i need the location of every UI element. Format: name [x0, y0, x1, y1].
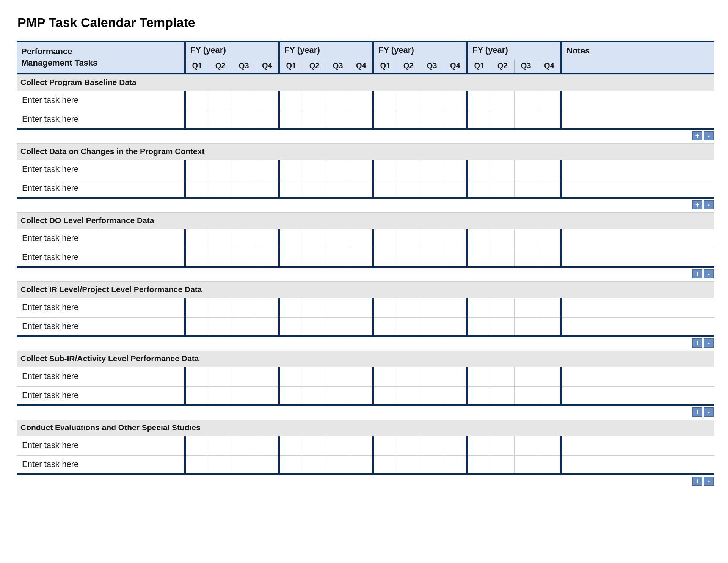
quarter-cell[interactable]: [397, 91, 420, 110]
quarter-cell[interactable]: [420, 110, 444, 129]
quarter-cell[interactable]: [303, 229, 326, 248]
quarter-cell[interactable]: [232, 367, 256, 386]
quarter-cell[interactable]: [326, 248, 350, 267]
quarter-cell[interactable]: [538, 455, 561, 474]
quarter-cell[interactable]: [232, 317, 256, 336]
quarter-cell[interactable]: [256, 367, 279, 386]
quarter-cell[interactable]: [514, 455, 538, 474]
quarter-cell[interactable]: [397, 160, 420, 179]
quarter-cell[interactable]: [326, 455, 350, 474]
quarter-cell[interactable]: [209, 455, 232, 474]
quarter-cell[interactable]: [232, 91, 256, 110]
quarter-cell[interactable]: [350, 248, 373, 267]
quarter-cell[interactable]: [279, 455, 303, 474]
quarter-cell[interactable]: [326, 229, 350, 248]
quarter-cell[interactable]: [303, 317, 326, 336]
quarter-cell[interactable]: [420, 317, 444, 336]
quarter-cell[interactable]: [350, 298, 373, 317]
quarter-cell[interactable]: [256, 436, 279, 455]
quarter-cell[interactable]: [303, 367, 326, 386]
quarter-cell[interactable]: [467, 436, 491, 455]
quarter-cell[interactable]: [397, 455, 420, 474]
quarter-cell[interactable]: [444, 110, 467, 129]
quarter-cell[interactable]: [185, 160, 209, 179]
quarter-cell[interactable]: [303, 386, 326, 405]
notes-cell[interactable]: [561, 317, 714, 336]
quarter-cell[interactable]: [256, 110, 279, 129]
quarter-cell[interactable]: [209, 436, 232, 455]
add-row-button[interactable]: +: [692, 131, 702, 140]
task-cell[interactable]: Enter task here: [17, 91, 185, 110]
quarter-cell[interactable]: [467, 298, 491, 317]
quarter-cell[interactable]: [538, 229, 561, 248]
remove-row-button[interactable]: -: [704, 338, 714, 348]
quarter-cell[interactable]: [279, 367, 303, 386]
quarter-cell[interactable]: [491, 160, 514, 179]
notes-cell[interactable]: [561, 91, 714, 110]
notes-cell[interactable]: [561, 229, 714, 248]
quarter-cell[interactable]: [185, 91, 209, 110]
quarter-cell[interactable]: [279, 110, 303, 129]
task-cell[interactable]: Enter task here: [17, 317, 185, 336]
task-cell[interactable]: Enter task here: [17, 160, 185, 179]
quarter-cell[interactable]: [420, 160, 444, 179]
quarter-cell[interactable]: [514, 298, 538, 317]
quarter-cell[interactable]: [256, 91, 279, 110]
quarter-cell[interactable]: [514, 110, 538, 129]
quarter-cell[interactable]: [538, 298, 561, 317]
quarter-cell[interactable]: [232, 455, 256, 474]
quarter-cell[interactable]: [397, 229, 420, 248]
quarter-cell[interactable]: [209, 248, 232, 267]
quarter-cell[interactable]: [279, 179, 303, 198]
quarter-cell[interactable]: [232, 229, 256, 248]
quarter-cell[interactable]: [326, 436, 350, 455]
quarter-cell[interactable]: [538, 436, 561, 455]
task-cell[interactable]: Enter task here: [17, 179, 185, 198]
quarter-cell[interactable]: [256, 160, 279, 179]
quarter-cell[interactable]: [185, 298, 209, 317]
quarter-cell[interactable]: [232, 298, 256, 317]
quarter-cell[interactable]: [279, 91, 303, 110]
quarter-cell[interactable]: [279, 317, 303, 336]
quarter-cell[interactable]: [350, 110, 373, 129]
quarter-cell[interactable]: [185, 436, 209, 455]
quarter-cell[interactable]: [514, 160, 538, 179]
quarter-cell[interactable]: [373, 91, 397, 110]
quarter-cell[interactable]: [373, 179, 397, 198]
quarter-cell[interactable]: [514, 248, 538, 267]
quarter-cell[interactable]: [185, 248, 209, 267]
quarter-cell[interactable]: [491, 179, 514, 198]
quarter-cell[interactable]: [420, 436, 444, 455]
notes-cell[interactable]: [561, 179, 714, 198]
remove-row-button[interactable]: -: [704, 477, 714, 486]
quarter-cell[interactable]: [467, 91, 491, 110]
quarter-cell[interactable]: [209, 317, 232, 336]
quarter-cell[interactable]: [232, 160, 256, 179]
quarter-cell[interactable]: [514, 386, 538, 405]
notes-cell[interactable]: [561, 110, 714, 129]
quarter-cell[interactable]: [444, 160, 467, 179]
quarter-cell[interactable]: [373, 248, 397, 267]
quarter-cell[interactable]: [444, 317, 467, 336]
quarter-cell[interactable]: [420, 229, 444, 248]
quarter-cell[interactable]: [326, 298, 350, 317]
quarter-cell[interactable]: [326, 317, 350, 336]
quarter-cell[interactable]: [444, 91, 467, 110]
quarter-cell[interactable]: [303, 179, 326, 198]
quarter-cell[interactable]: [397, 110, 420, 129]
quarter-cell[interactable]: [491, 298, 514, 317]
quarter-cell[interactable]: [538, 248, 561, 267]
notes-cell[interactable]: [561, 298, 714, 317]
quarter-cell[interactable]: [303, 298, 326, 317]
add-row-button[interactable]: +: [692, 269, 702, 278]
quarter-cell[interactable]: [209, 229, 232, 248]
quarter-cell[interactable]: [420, 298, 444, 317]
quarter-cell[interactable]: [444, 367, 467, 386]
remove-row-button[interactable]: -: [704, 269, 714, 278]
quarter-cell[interactable]: [397, 386, 420, 405]
quarter-cell[interactable]: [350, 386, 373, 405]
quarter-cell[interactable]: [467, 179, 491, 198]
quarter-cell[interactable]: [514, 229, 538, 248]
quarter-cell[interactable]: [350, 455, 373, 474]
quarter-cell[interactable]: [209, 386, 232, 405]
